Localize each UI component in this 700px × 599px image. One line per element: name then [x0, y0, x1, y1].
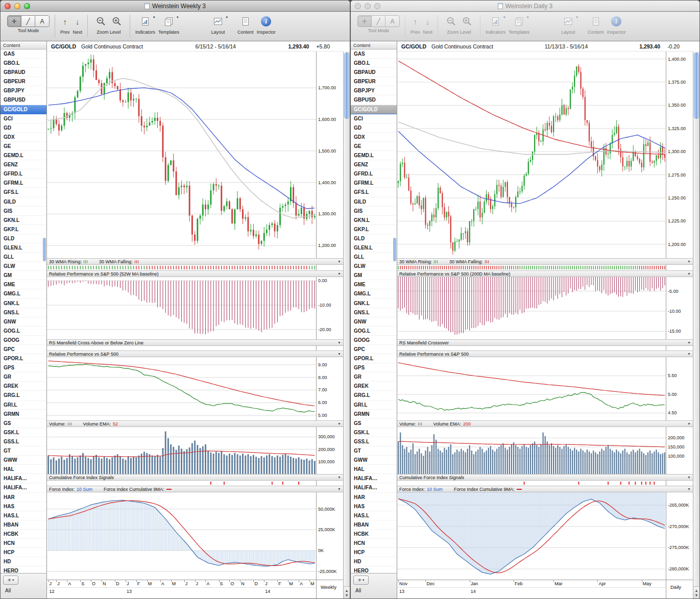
prev-button[interactable]: ↑	[61, 14, 70, 29]
sidebar-scrollbar-thumb[interactable]	[393, 238, 396, 261]
sidebar-item-has-l[interactable]: HAS.L	[351, 511, 397, 520]
sidebar-item-gns-l[interactable]: GNS.L	[351, 308, 397, 317]
layout-button[interactable]: ▾	[210, 14, 226, 29]
sidebar-item-gme[interactable]: GME	[351, 280, 397, 289]
relative-performance-lines[interactable]: 9.008.007.006.005.00	[47, 357, 343, 420]
disclosure-icon[interactable]: ▼	[337, 422, 341, 426]
panel-header-wma[interactable]: 30 WMA Rising: 30 WMA Falling: ▼	[47, 258, 343, 265]
sidebar-item-gnk-l[interactable]: GNK.L	[1, 299, 46, 308]
relative-performance-histogram[interactable]: 0.00-10.00-20.00	[47, 277, 343, 339]
panel-header-force[interactable]: Force Index:10 Sum Force Index Cumulativ…	[397, 486, 693, 492]
content-button[interactable]	[238, 14, 253, 29]
sidebar-filter-all[interactable]: All	[353, 588, 397, 593]
sidebar-item-halifa-[interactable]: HALIFA…	[1, 483, 46, 492]
sidebar-item-gog-l[interactable]: GOG.L	[351, 327, 397, 336]
sidebar-item-gc-gold[interactable]: GC/GOLD	[1, 105, 46, 114]
sidebar-item-grg-l[interactable]: GRG.L	[351, 391, 397, 400]
sidebar-item-gci[interactable]: GCI	[351, 114, 397, 123]
sidebar-scrollbar-thumb[interactable]	[43, 238, 46, 261]
close-button[interactable]	[5, 3, 11, 9]
disclosure-icon[interactable]: ▼	[337, 487, 341, 491]
sidebar-item-gll[interactable]: GLL	[351, 253, 397, 262]
scroll-up-icon[interactable]: ▲	[695, 588, 698, 593]
panel-header-volume[interactable]: Volume: Volume EMA:52 ▼	[47, 420, 343, 427]
sidebar-item-hal[interactable]: HAL	[1, 465, 46, 474]
timeframe-label[interactable]: Daily	[670, 584, 681, 590]
panel-header-rp-hist[interactable]: Relative Performance vs S&P 500 (200D MA…	[397, 270, 693, 277]
sidebar-item-glw[interactable]: GLW	[351, 262, 397, 271]
sidebar-item-gc-gold[interactable]: GC/GOLD	[351, 105, 397, 114]
disclosure-icon[interactable]: ▼	[337, 352, 341, 356]
disclosure-icon[interactable]: ▼	[337, 272, 341, 276]
scrollbar-arrows[interactable]: ▲ ▼	[693, 586, 699, 598]
sidebar-item-gd[interactable]: GD	[1, 123, 46, 133]
line-tool-button[interactable]: ╱	[21, 16, 35, 27]
text-tool-button[interactable]: A	[35, 16, 49, 27]
sidebar-filter-all[interactable]: All	[3, 588, 46, 593]
sidebar-item-grmn[interactable]: GRMN	[351, 410, 397, 419]
sidebar-item-gog-l[interactable]: GOG.L	[1, 327, 46, 336]
sidebar-item-gr[interactable]: GR	[1, 372, 46, 382]
sidebar-item-halifa-[interactable]: HALIFA…	[1, 474, 46, 483]
relative-performance-histogram[interactable]: -5.00-10.00-15.00	[397, 277, 693, 339]
sidebar-item-gnw[interactable]: GNW	[351, 317, 397, 327]
sidebar-item-hd[interactable]: HD	[351, 557, 397, 566]
sidebar-item-hcn[interactable]: HCN	[1, 539, 46, 548]
sidebar-item-genz[interactable]: GENZ	[351, 160, 397, 169]
sidebar-item-gkp-l[interactable]: GKP.L	[351, 225, 397, 234]
minimize-button[interactable]	[14, 3, 20, 9]
sidebar-item-hcbk[interactable]: HCBK	[1, 530, 46, 539]
sidebar-item-gt[interactable]: GT	[1, 446, 46, 456]
sidebar-item-gnw[interactable]: GNW	[1, 317, 46, 327]
sidebar-item-gis[interactable]: GIS	[1, 207, 46, 216]
force-index-chart[interactable]: 50,000K25,000K0K-25,000K	[47, 492, 343, 580]
inspector-button[interactable]: i	[609, 14, 624, 29]
price-chart[interactable]: 1,700.001,600.001,500.001,400.001,300.00…	[47, 52, 343, 258]
sidebar-item-gbpaud[interactable]: GBPAUD	[1, 68, 46, 77]
chart-scrollbar[interactable]: ▲ ▼	[343, 52, 350, 598]
line-tool-button[interactable]: ╱	[372, 16, 385, 27]
action-menu-button[interactable]: ✳▾	[353, 576, 369, 585]
sidebar-item-grek[interactable]: GREK	[351, 382, 397, 391]
sidebar-scrollbar[interactable]	[393, 49, 397, 573]
disclosure-icon[interactable]: ▼	[687, 487, 691, 491]
next-button[interactable]: ↓	[73, 14, 82, 29]
sidebar-item-gild[interactable]: GILD	[1, 197, 46, 207]
sidebar-item-gkn-l[interactable]: GKN.L	[351, 216, 397, 225]
wma-trend-strip[interactable]	[47, 265, 343, 270]
panel-header-mansfield[interactable]: RS Mansfield Crossover ▼	[397, 339, 693, 346]
chart-scrollbar-thumb[interactable]	[344, 53, 349, 119]
mansfield-signal-strip[interactable]	[397, 346, 693, 351]
sidebar-item-gld[interactable]: GLD	[1, 234, 46, 243]
chart-scrollbar[interactable]: ▲ ▼	[693, 52, 699, 598]
sidebar-item-has-l[interactable]: HAS.L	[1, 511, 46, 520]
sidebar-item-gww[interactable]: GWW	[1, 456, 46, 465]
sidebar-item-goog[interactable]: GOOG	[1, 336, 46, 345]
inspector-button[interactable]: i	[258, 14, 274, 29]
sidebar-item-gkn-l[interactable]: GKN.L	[1, 216, 46, 225]
sidebar-item-gbpeur[interactable]: GBPEUR	[1, 77, 46, 86]
sidebar-item-gfrd-l[interactable]: GFRD.L	[1, 169, 46, 179]
zoom-in-button[interactable]	[459, 14, 475, 29]
sidebar-item-gas[interactable]: GAS	[351, 49, 397, 59]
sidebar-item-gild[interactable]: GILD	[351, 197, 397, 207]
price-chart[interactable]: 1,400.001,375.001,350.001,325.001,300.00…	[397, 52, 693, 258]
sidebar-item-har[interactable]: HAR	[1, 493, 46, 502]
minimize-button[interactable]	[365, 3, 371, 9]
scrollbar-arrows[interactable]: ▲ ▼	[344, 586, 350, 598]
disclosure-icon[interactable]: ▼	[337, 341, 341, 344]
disclosure-icon[interactable]: ▼	[687, 260, 691, 263]
sidebar-item-gbpusd[interactable]: GBPUSD	[1, 95, 46, 105]
sidebar-item-gdx[interactable]: GDX	[351, 133, 397, 142]
panel-header-rp-lines[interactable]: Relative Performance vs S&P 500 ▼	[397, 351, 693, 357]
disclosure-icon[interactable]: ▼	[687, 422, 691, 426]
sidebar-item-gbpjpy[interactable]: GBPJPY	[351, 86, 397, 95]
sidebar-item-gbo-l[interactable]: GBO.L	[1, 59, 46, 68]
indicators-button[interactable]: ▾	[488, 14, 503, 29]
sidebar-item-gri-l[interactable]: GRI.L	[1, 401, 46, 410]
sidebar-item-gemd-l[interactable]: GEMD.L	[1, 151, 46, 160]
panel-header-mansfield[interactable]: RS Mansfield Cross Above or Below Zero L…	[47, 339, 343, 346]
sidebar-item-gps[interactable]: GPS	[351, 363, 397, 372]
sidebar-item-genz[interactable]: GENZ	[1, 160, 46, 169]
sidebar-item-grek[interactable]: GREK	[1, 382, 46, 391]
